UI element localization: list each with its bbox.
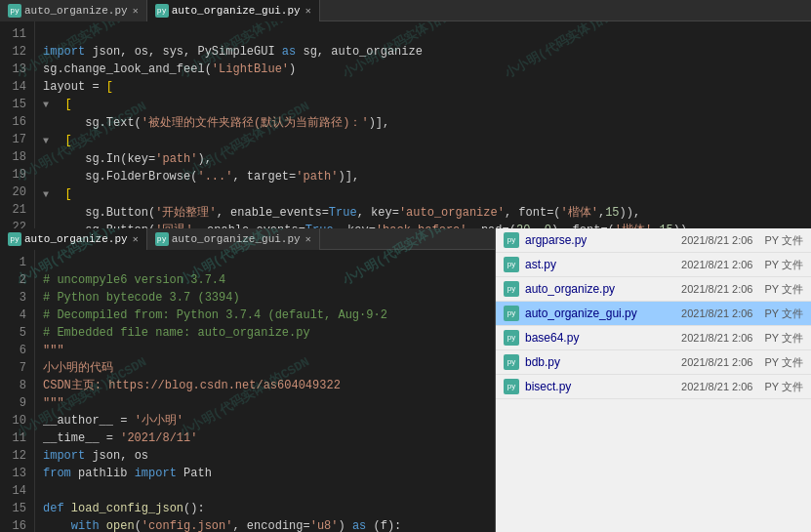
file-list: py argparse.py 2021/8/21 2:06 PY 文件 py a… bbox=[496, 228, 811, 532]
tab-auto-organize-gui[interactable]: py auto_organize_gui.py ✕ bbox=[147, 0, 320, 21]
file-type-2: PY 文件 bbox=[764, 255, 803, 274]
file-item-argparse[interactable]: py argparse.py 2021/8/21 2:06 PY 文件 bbox=[496, 228, 811, 253]
py-file-icon-2: py bbox=[504, 257, 519, 272]
tab-bottom-gui[interactable]: py auto_organize_gui.py ✕ bbox=[147, 228, 320, 250]
file-date-7: 2021/8/21 2:06 bbox=[681, 377, 752, 396]
py-file-icon-4: py bbox=[504, 306, 519, 321]
file-date-3: 2021/8/21 2:06 bbox=[681, 279, 752, 299]
file-date-2: 2021/8/21 2:06 bbox=[681, 255, 752, 274]
file-item-bisect[interactable]: py bisect.py 2021/8/21 2:06 PY 文件 bbox=[496, 375, 811, 399]
file-date-5: 2021/8/21 2:06 bbox=[681, 328, 752, 348]
py-file-icon-3: py bbox=[504, 281, 519, 297]
left-editor-panel: py auto_organize.py ✕ py auto_organize_g… bbox=[0, 228, 496, 532]
file-type-4: PY 文件 bbox=[764, 304, 803, 323]
tab-bottom-auto-organize[interactable]: py auto_organize.py ✕ bbox=[0, 228, 147, 250]
file-date-6: 2021/8/21 2:06 bbox=[681, 352, 752, 372]
tab-auto-organize[interactable]: py auto_organize.py ✕ bbox=[0, 0, 147, 21]
file-date: 2021/8/21 2:06 bbox=[681, 230, 752, 250]
py-icon: py bbox=[8, 4, 21, 18]
file-name-7: bisect.py bbox=[525, 377, 681, 396]
file-type-3: PY 文件 bbox=[764, 279, 803, 299]
file-item-auto-organize-gui[interactable]: py auto_organize_gui.py 2021/8/21 2:06 P… bbox=[496, 302, 811, 326]
close-icon-bottom-1[interactable]: ✕ bbox=[133, 233, 139, 245]
file-date-4: 2021/8/21 2:06 bbox=[681, 304, 752, 323]
py-icon-active: py bbox=[155, 4, 169, 18]
tab-label: auto_organize.py bbox=[24, 5, 128, 17]
tab-label-active: auto_organize_gui.py bbox=[172, 5, 301, 17]
file-name-4: auto_organize_gui.py bbox=[525, 304, 681, 323]
close-icon-active[interactable]: ✕ bbox=[305, 5, 311, 17]
top-tab-bar: py auto_organize.py ✕ py auto_organize_g… bbox=[0, 0, 811, 21]
bottom-tab-label-1: auto_organize.py bbox=[24, 233, 128, 245]
file-name-3: auto_organize.py bbox=[525, 279, 681, 299]
file-name-6: bdb.py bbox=[525, 352, 681, 372]
py-file-icon-7: py bbox=[504, 379, 519, 394]
file-name-2: ast.py bbox=[525, 255, 681, 274]
close-icon-bottom-2[interactable]: ✕ bbox=[305, 233, 311, 245]
code-area-bottom[interactable]: # uncompyle6 version 3.7.4 # Python byte… bbox=[35, 250, 495, 532]
bottom-code-content: 12345 678910 1112131415 1617 # uncompyle… bbox=[0, 250, 495, 532]
py-file-icon: py bbox=[504, 232, 519, 248]
py-icon-bottom: py bbox=[8, 232, 21, 246]
line-numbers-top: 1112131415 1617181920 2122 bbox=[0, 21, 35, 228]
file-panel: py argparse.py 2021/8/21 2:06 PY 文件 py a… bbox=[496, 228, 811, 532]
file-item-base64[interactable]: py base64.py 2021/8/21 2:06 PY 文件 bbox=[496, 326, 811, 350]
py-icon-bottom-2: py bbox=[155, 232, 169, 246]
file-item-auto-organize[interactable]: py auto_organize.py 2021/8/21 2:06 PY 文件 bbox=[496, 277, 811, 302]
close-icon[interactable]: ✕ bbox=[133, 5, 139, 17]
bottom-tab-bar: py auto_organize.py ✕ py auto_organize_g… bbox=[0, 228, 495, 250]
file-type-6: PY 文件 bbox=[764, 352, 803, 372]
file-type-5: PY 文件 bbox=[764, 328, 803, 348]
code-area-top[interactable]: import json, os, sys, PySimpleGUI as sg,… bbox=[35, 21, 811, 228]
file-name: argparse.py bbox=[525, 230, 681, 250]
top-editor: 1112131415 1617181920 2122 import json, … bbox=[0, 21, 811, 228]
file-type: PY 文件 bbox=[764, 230, 803, 250]
py-file-icon-5: py bbox=[504, 330, 519, 346]
line-numbers-bottom: 12345 678910 1112131415 1617 bbox=[0, 250, 35, 532]
bottom-tab-label-2: auto_organize_gui.py bbox=[172, 233, 301, 245]
file-name-5: base64.py bbox=[525, 328, 681, 348]
file-type-7: PY 文件 bbox=[764, 377, 803, 396]
file-item-bdb[interactable]: py bdb.py 2021/8/21 2:06 PY 文件 bbox=[496, 350, 811, 375]
py-file-icon-6: py bbox=[504, 354, 519, 370]
file-item-ast[interactable]: py ast.py 2021/8/21 2:06 PY 文件 bbox=[496, 253, 811, 277]
bottom-split: py auto_organize.py ✕ py auto_organize_g… bbox=[0, 228, 811, 532]
